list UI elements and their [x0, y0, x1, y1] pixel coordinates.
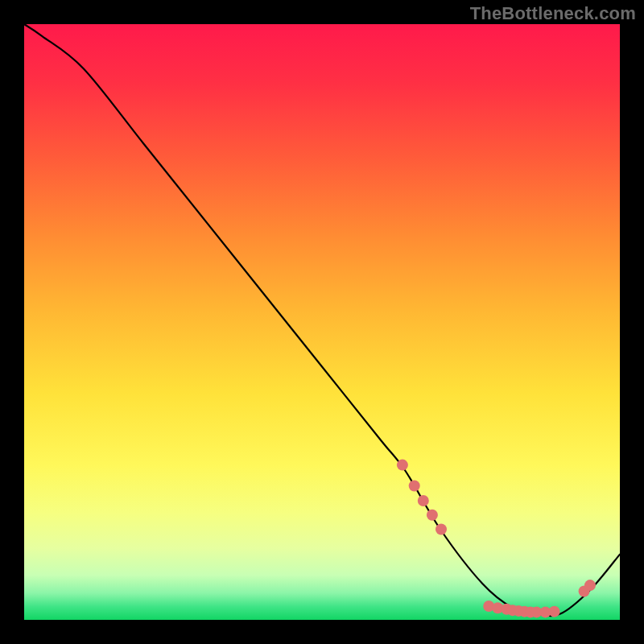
chart-background: [24, 24, 620, 620]
marker-point: [436, 524, 447, 535]
bottleneck-chart: [0, 0, 644, 644]
marker-point: [427, 510, 438, 521]
chart-frame: TheBottleneck.com: [0, 0, 644, 644]
marker-point: [584, 580, 596, 591]
marker-point: [418, 495, 429, 506]
marker-point: [409, 481, 420, 492]
watermark-text: TheBottleneck.com: [470, 3, 636, 24]
marker-point: [397, 460, 408, 471]
marker-point: [549, 606, 560, 617]
